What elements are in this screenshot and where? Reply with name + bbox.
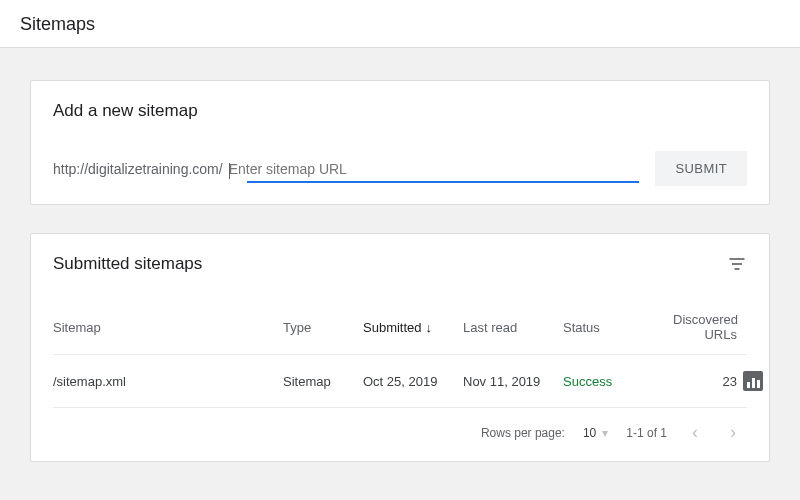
prev-page-button[interactable]: ‹	[685, 422, 705, 443]
svg-rect-2	[735, 268, 740, 270]
cell-status: Success	[563, 374, 673, 389]
dropdown-arrow-icon: ▾	[602, 426, 608, 440]
rows-per-page-select[interactable]: 10 ▾	[583, 426, 608, 440]
submitted-sitemaps-card: Submitted sitemaps Sitemap Type Submitte…	[30, 233, 770, 462]
table-pager: Rows per page: 10 ▾ 1-1 of 1 ‹ ›	[53, 407, 747, 443]
row-chart-button[interactable]	[743, 371, 773, 391]
cell-submitted: Oct 25, 2019	[363, 374, 463, 389]
filter-icon[interactable]	[727, 254, 747, 274]
svg-rect-1	[732, 263, 742, 265]
sort-arrow-down-icon: ↓	[426, 320, 433, 335]
col-submitted[interactable]: Submitted ↓	[363, 320, 463, 335]
text-caret	[229, 163, 230, 179]
cell-discovered: 23	[673, 374, 743, 389]
page-title: Sitemaps	[0, 0, 800, 48]
col-type[interactable]: Type	[283, 320, 363, 335]
svg-rect-0	[730, 258, 745, 260]
sitemaps-table: Sitemap Type Submitted ↓ Last read Statu…	[53, 304, 747, 443]
col-status[interactable]: Status	[563, 320, 673, 335]
sitemap-url-input[interactable]	[229, 157, 650, 181]
rows-per-page-value: 10	[583, 426, 596, 440]
submit-button[interactable]: SUBMIT	[655, 151, 747, 186]
col-submitted-label: Submitted	[363, 320, 422, 335]
submitted-title: Submitted sitemaps	[53, 254, 202, 274]
base-url-label: http://digitalizetraining.com/	[53, 161, 223, 177]
cell-type: Sitemap	[283, 374, 363, 389]
col-lastread[interactable]: Last read	[463, 320, 563, 335]
cell-lastread: Nov 11, 2019	[463, 374, 563, 389]
cell-sitemap: /sitemap.xml	[53, 374, 283, 389]
col-discovered[interactable]: Discovered URLs	[673, 312, 743, 342]
add-sitemap-card: Add a new sitemap http://digitalizetrain…	[30, 80, 770, 205]
table-header-row: Sitemap Type Submitted ↓ Last read Statu…	[53, 304, 747, 354]
input-underline	[247, 181, 640, 183]
sitemap-url-input-wrap	[229, 157, 650, 181]
table-row[interactable]: /sitemap.xml Sitemap Oct 25, 2019 Nov 11…	[53, 354, 747, 407]
page-range: 1-1 of 1	[626, 426, 667, 440]
rows-per-page-label: Rows per page:	[481, 426, 565, 440]
add-sitemap-title: Add a new sitemap	[53, 101, 747, 121]
next-page-button[interactable]: ›	[723, 422, 743, 443]
col-sitemap[interactable]: Sitemap	[53, 320, 283, 335]
bar-chart-icon	[743, 371, 763, 391]
